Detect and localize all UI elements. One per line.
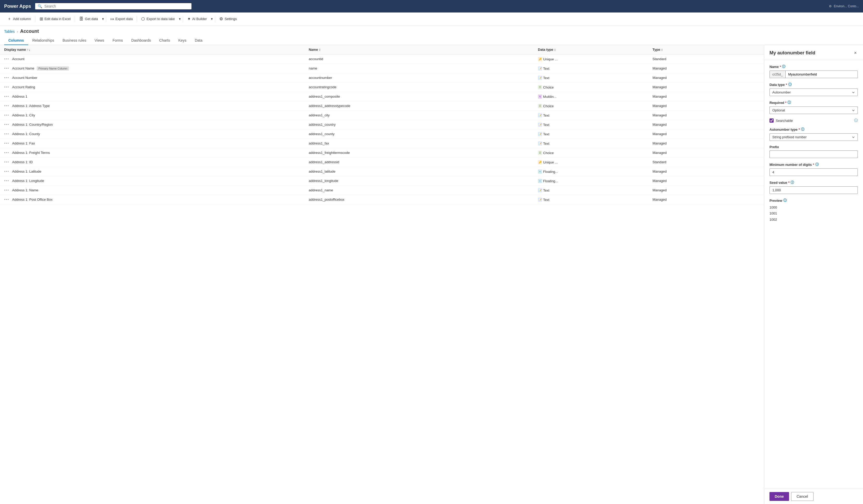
cell-type: Managed [649, 139, 764, 148]
col-header-data-type[interactable]: Data type ↕ [535, 45, 649, 54]
settings-button[interactable]: ⚙ Settings [216, 15, 240, 23]
cell-name: name [305, 64, 535, 73]
dots-menu[interactable]: ••• [4, 57, 9, 61]
panel-close-button[interactable]: × [853, 49, 858, 57]
cancel-button[interactable]: Cancel [791, 492, 813, 501]
required-star: * [785, 101, 786, 105]
autonumber-type-select[interactable]: String prefixed number Linear autoincrem… [770, 133, 858, 141]
table-row: ••• Address 1: County address1_county 📝 … [0, 129, 764, 139]
tab-business-rules[interactable]: Business rules [58, 36, 90, 45]
min-digits-input[interactable] [770, 168, 858, 176]
searchable-info-icon[interactable]: ⓘ [854, 118, 858, 123]
cell-type: Managed [649, 120, 764, 129]
cell-display-name: ••• Account [0, 54, 305, 64]
tab-columns[interactable]: Columns [4, 36, 28, 45]
add-column-label: Add column [13, 17, 31, 21]
cell-name: address1_composite [305, 92, 535, 101]
dtype-label: Choice [543, 104, 553, 108]
get-data-button[interactable]: 🗄 Get data [76, 15, 101, 23]
done-button[interactable]: Done [770, 492, 789, 501]
dots-menu[interactable]: ••• [4, 104, 9, 108]
tab-keys[interactable]: Keys [174, 36, 191, 45]
cell-name: address1_country [305, 120, 535, 129]
dots-menu[interactable]: ••• [4, 141, 9, 145]
min-digits-info-icon[interactable]: ⓘ [815, 162, 819, 167]
cell-dtype: ¶ Multilin... [535, 92, 649, 101]
required-label: Required * ⓘ [770, 100, 858, 105]
autonumber-type-required: * [799, 128, 800, 131]
ai-builder-button[interactable]: ✦ AI Builder [184, 15, 210, 23]
required-select[interactable]: Optional Required [770, 106, 858, 114]
seed-input[interactable] [770, 186, 858, 194]
data-type-info-icon[interactable]: ⓘ [788, 82, 792, 87]
get-data-label: Get data [85, 17, 98, 21]
columns-table: Display name ↑↓ Name ↕ Data type ↕ Type … [0, 45, 764, 204]
export-data-button[interactable]: ↦ Export data [107, 15, 136, 23]
seed-label: Seed value * ⓘ [770, 180, 858, 185]
cell-name: address1_addressid [305, 157, 535, 167]
col-header-name[interactable]: Name ↕ [305, 45, 535, 54]
dots-menu[interactable]: ••• [4, 113, 9, 117]
dtype-label: Unique ... [543, 57, 558, 61]
tab-views[interactable]: Views [90, 36, 108, 45]
cell-name: address1_fax [305, 139, 535, 148]
seed-info-icon[interactable]: ⓘ [791, 180, 794, 185]
preview-field-group: Preview ⓘ 100010011002 [770, 198, 858, 223]
prefix-label: Prefix [770, 145, 858, 149]
name-input[interactable] [786, 71, 858, 78]
cell-dtype: 📝 Text [535, 73, 649, 82]
tab-forms[interactable]: Forms [108, 36, 127, 45]
dots-menu[interactable]: ••• [4, 94, 9, 99]
ai-builder-chevron[interactable]: ▾ [210, 15, 214, 22]
tab-dashboards[interactable]: Dashboards [127, 36, 155, 45]
cell-dtype: 📝 Text [535, 129, 649, 139]
required-info-icon[interactable]: ⓘ [787, 100, 791, 105]
dots-menu[interactable]: ••• [4, 85, 9, 89]
col-header-display-name[interactable]: Display name ↑↓ [0, 45, 305, 54]
cell-display-name: ••• Address 1: Fax [0, 139, 305, 148]
name-info-icon[interactable]: ⓘ [782, 64, 785, 69]
preview-info-icon[interactable]: ⓘ [783, 198, 787, 203]
tab-relationships[interactable]: Relationships [28, 36, 58, 45]
dtype-label: Choice [543, 151, 553, 155]
tables-link[interactable]: Tables [4, 29, 15, 34]
cell-type: Managed [649, 195, 764, 204]
dtype-icon: 📝 [538, 76, 542, 80]
dots-menu[interactable]: ••• [4, 197, 9, 202]
min-digits-field-group: Minimum number of digits * ⓘ [770, 162, 858, 176]
dots-menu[interactable]: ••• [4, 188, 9, 192]
edit-excel-button[interactable]: ⊞ Edit data in Excel [36, 15, 74, 23]
cell-display-name: ••• Account Name Primary Name Column [0, 64, 305, 73]
search-box[interactable]: 🔍 [35, 3, 191, 9]
dots-menu[interactable]: ••• [4, 169, 9, 173]
prefix-input[interactable] [770, 151, 858, 158]
dots-menu[interactable]: ••• [4, 76, 9, 80]
dots-menu[interactable]: ••• [4, 66, 9, 70]
cell-dtype: 📝 Text [535, 111, 649, 120]
searchable-label[interactable]: Searchable [776, 119, 793, 122]
dtype-label: Text [543, 114, 549, 117]
add-column-button[interactable]: ＋ Add column [4, 15, 34, 23]
dots-menu[interactable]: ••• [4, 179, 9, 183]
dots-menu[interactable]: ••• [4, 151, 9, 155]
dtype-icon: 📝 [538, 188, 542, 192]
dots-menu[interactable]: ••• [4, 160, 9, 164]
dots-menu[interactable]: ••• [4, 122, 9, 127]
autonumber-type-info-icon[interactable]: ⓘ [801, 127, 804, 132]
export-datalake-button[interactable]: ⬡ Export to data lake [138, 15, 178, 23]
get-data-chevron[interactable]: ▾ [101, 15, 105, 22]
cell-type: Managed [649, 82, 764, 92]
tab-charts[interactable]: Charts [155, 36, 174, 45]
dtype-icon: 📝 [538, 66, 542, 70]
cell-dtype: ☰ Choice [535, 101, 649, 111]
search-input[interactable] [44, 4, 189, 8]
dots-menu[interactable]: ••• [4, 132, 9, 136]
cell-type: Managed [649, 101, 764, 111]
data-type-select[interactable]: Autonumber [770, 89, 858, 96]
tab-data[interactable]: Data [191, 36, 207, 45]
min-digits-required: * [813, 163, 814, 167]
searchable-checkbox[interactable] [770, 118, 774, 122]
col-header-type[interactable]: Type ↕ [649, 45, 764, 54]
export-datalake-chevron[interactable]: ▾ [178, 15, 182, 22]
table-row: ••• Account Number accountnumber 📝 Text … [0, 73, 764, 82]
